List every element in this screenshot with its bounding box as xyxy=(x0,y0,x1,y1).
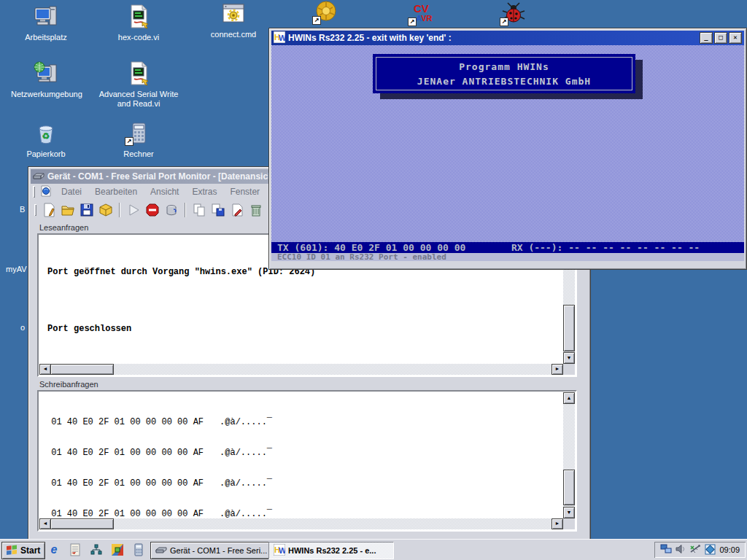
maximize-button[interactable]: □ xyxy=(714,32,727,44)
scroll-thumb[interactable] xyxy=(563,470,575,505)
device-icon xyxy=(155,545,167,556)
desktop-icon-advanced-serial-vi[interactable]: Advanced Serial Write and Read.vi xyxy=(98,61,179,109)
device-icon xyxy=(33,170,44,184)
save-icon[interactable] xyxy=(78,201,96,219)
desktop-icon-bug-app[interactable]: ↗ xyxy=(498,1,530,28)
bascom-avr-icon[interactable] xyxy=(110,542,125,557)
svg-text:AVR: AVR xyxy=(416,14,432,23)
desktop-icon-label: Rechner xyxy=(104,149,174,159)
scroll-thumb[interactable] xyxy=(563,305,575,351)
system-tray: 09:09 xyxy=(654,542,746,558)
desktop-icon-gold-shortcut[interactable]: ↗ xyxy=(310,0,342,27)
labview-file-icon xyxy=(126,4,151,29)
monitor-window-title: Gerät - COM1 - Free Serial Port Monitor … xyxy=(47,171,273,182)
partial-icon-label: o xyxy=(20,323,25,332)
bug-app-shortcut-icon: ↗ xyxy=(501,1,526,26)
write-requests-pane[interactable]: 01 40 E0 2F 01 00 00 00 00 AF.@à/.....¯ … xyxy=(37,390,577,532)
package-icon[interactable] xyxy=(97,201,115,219)
scroll-down-button[interactable]: ▼ xyxy=(563,352,575,364)
hwins-app-icon: HW xyxy=(274,31,285,45)
start-monitoring-icon[interactable] xyxy=(125,201,142,219)
desktop-icon-label: hex-code.vi xyxy=(104,33,174,42)
menu-gripper[interactable] xyxy=(33,186,35,198)
calculator-small-icon[interactable] xyxy=(131,542,146,557)
menu-bearbeiten[interactable]: Bearbeiten xyxy=(88,184,144,199)
svg-text:W: W xyxy=(279,34,285,42)
network-status-icon[interactable] xyxy=(660,544,672,556)
menu-ansicht[interactable]: Ansicht xyxy=(144,184,185,199)
stop-monitoring-icon[interactable] xyxy=(144,201,161,219)
save-all-icon[interactable] xyxy=(209,201,227,219)
volume-icon[interactable] xyxy=(676,544,686,556)
hex-line: 01 40 E0 2F 01 00 00 00 00 AF.@à/.....¯ xyxy=(46,478,563,489)
write-horizontal-scrollbar[interactable]: ◄ ► xyxy=(39,518,563,529)
vmware-icon[interactable] xyxy=(705,544,716,556)
scroll-right-button[interactable]: ► xyxy=(551,518,563,529)
toolbar-gripper[interactable] xyxy=(34,204,36,216)
close-button[interactable]: ✕ xyxy=(729,32,742,44)
scroll-up-button[interactable]: ▲ xyxy=(563,392,575,404)
shortcut-arrow-icon: ↗ xyxy=(312,16,321,25)
banner-company-name: JENAer ANTRIEBSTECHNIK GmbH xyxy=(376,76,632,87)
cmd-file-icon xyxy=(221,1,246,26)
partial-icon-label: B xyxy=(20,205,25,214)
toolbar-separator xyxy=(119,203,120,217)
hex-line: 01 40 E0 2F 01 00 00 00 00 AF.@à/.....¯ xyxy=(46,417,563,427)
tx-rx-status-line: TX (601): 40 E0 2F 01 00 00 00 00 RX (--… xyxy=(271,242,744,253)
export-log-icon[interactable] xyxy=(228,201,246,219)
svg-text:CV: CV xyxy=(414,2,429,15)
internet-explorer-icon[interactable]: e xyxy=(47,542,61,557)
desktop-icon-papierkorb[interactable]: ♻ Papierkorb xyxy=(11,121,81,159)
delete-icon[interactable] xyxy=(247,201,265,219)
shortcut-arrow-icon: ↗ xyxy=(500,18,508,26)
notes-icon[interactable] xyxy=(68,542,82,557)
new-session-icon[interactable] xyxy=(40,201,58,219)
scroll-left-button[interactable]: ◄ xyxy=(39,364,51,375)
desktop-icon-label: Advanced Serial Write and Read.vi xyxy=(98,90,179,109)
menu-fenster[interactable]: Fenster xyxy=(223,184,266,199)
menu-datei[interactable]: Datei xyxy=(55,184,88,199)
desktop-icon-label: Arbeitsplatz xyxy=(11,33,81,42)
taskbar-button-hwins[interactable]: HW HWINs Rs232 2.25 - e... xyxy=(268,542,394,559)
desktop-icon-netzwerkumgebung[interactable]: Netzwerkumgebung xyxy=(11,61,81,99)
copy-icon[interactable] xyxy=(190,201,208,219)
desktop-icon-label: Papierkorb xyxy=(11,149,81,159)
banner-program-name: Programm HWINs xyxy=(376,61,632,72)
quick-launch-bar: e xyxy=(47,542,146,557)
minimize-button[interactable]: _ xyxy=(700,32,713,44)
desktop-icon-codevision-avr[interactable]: CVAVR ↗ xyxy=(406,1,438,28)
write-vertical-scrollbar[interactable]: ▲ ▼ xyxy=(563,392,575,518)
clear-icon[interactable] xyxy=(163,201,180,219)
ecc-status-line: ECC10 ID 01 an Rs232 Port - enabled xyxy=(271,253,744,261)
log-line: Port geschlossen xyxy=(47,319,563,338)
read-horizontal-scrollbar[interactable]: ◄ ► xyxy=(39,364,563,375)
desktop-icon-hex-code-vi[interactable]: hex-code.vi xyxy=(104,4,174,42)
dos-window-title: HWINs Rs232 2.25 - exit with key 'end' : xyxy=(288,33,452,43)
scroll-right-button[interactable]: ► xyxy=(551,364,563,375)
svg-text:W: W xyxy=(279,546,285,555)
taskbar-clock[interactable]: 09:09 xyxy=(719,545,740,554)
desktop-icon-arbeitsplatz[interactable]: Arbeitsplatz xyxy=(11,4,81,42)
open-icon[interactable] xyxy=(59,201,77,219)
desktop-icon-connect-cmd[interactable]: connect.cmd xyxy=(198,1,268,39)
network-tree-icon[interactable] xyxy=(89,542,104,557)
scroll-thumb[interactable] xyxy=(50,364,114,375)
dos-screen[interactable]: Programm HWINs JENAer ANTRIEBSTECHNIK Gm… xyxy=(271,45,744,261)
usb-device-icon[interactable] xyxy=(689,544,701,556)
hex-line: 01 40 E0 2F 01 00 00 00 00 AF.@à/.....¯ xyxy=(46,448,563,458)
mdi-document-icon[interactable] xyxy=(40,185,52,199)
desktop-icon-rechner[interactable]: ↗ Rechner xyxy=(104,121,174,159)
program-banner: Programm HWINs JENAer ANTRIEBSTECHNIK Gm… xyxy=(373,54,635,93)
dos-title-bar[interactable]: HW HWINs Rs232 2.25 - exit with key 'end… xyxy=(271,31,744,45)
scroll-thumb[interactable] xyxy=(50,518,114,529)
start-button[interactable]: Start xyxy=(1,542,45,559)
scroll-down-button[interactable]: ▼ xyxy=(563,507,575,518)
menu-extras[interactable]: Extras xyxy=(185,184,223,199)
task-label: Gerät - COM1 - Free Seri... xyxy=(170,546,267,555)
windows-logo-icon xyxy=(7,545,18,557)
desktop-icon-label: Netzwerkumgebung xyxy=(11,90,81,99)
scroll-left-button[interactable]: ◄ xyxy=(39,518,51,529)
taskbar-button-serial-monitor[interactable]: Gerät - COM1 - Free Seri... xyxy=(150,542,271,559)
hex-line: 01 40 E0 2F 01 00 00 00 00 AF.@à/.....¯ xyxy=(46,509,563,518)
network-icon xyxy=(34,61,58,86)
